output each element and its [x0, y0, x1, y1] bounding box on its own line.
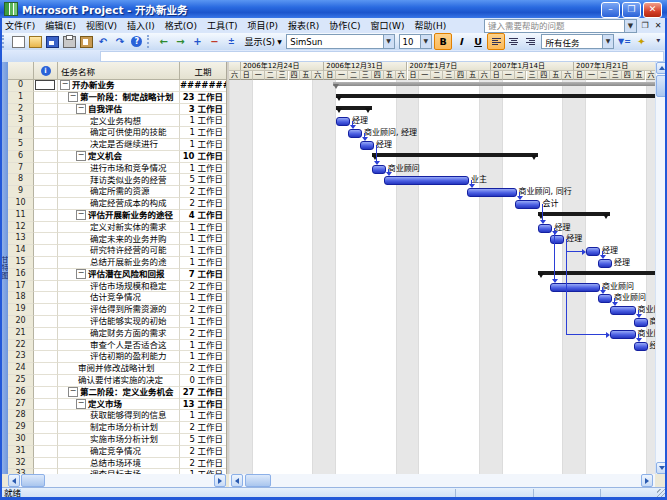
minimize-button[interactable]: – [601, 2, 620, 18]
task-name-cell[interactable]: 审查个人是否适合这 [58, 340, 180, 352]
duration-cell[interactable]: 2 工作日 [180, 198, 226, 210]
menu-item[interactable]: 视图(V) [81, 18, 122, 33]
task-row[interactable]: 28获取能够得到的信息1 工作日 [8, 410, 226, 422]
task-row[interactable]: 32总结市场环境2 工作日 [8, 458, 226, 470]
duration-cell[interactable]: 5 工作日 [180, 174, 226, 186]
row-id-cell[interactable]: 23 [8, 351, 34, 363]
indicator-cell[interactable] [34, 340, 58, 352]
task-row[interactable]: 7进行市场和竞争情况1 工作日 [8, 163, 226, 175]
row-id-cell[interactable]: 13 [8, 233, 34, 245]
duration-cell[interactable]: 2 工作日 [180, 422, 226, 434]
entry-input[interactable] [100, 51, 664, 62]
duration-cell[interactable]: 1 工作日 [180, 222, 226, 234]
task-name-cell[interactable]: −开办新业务 [58, 80, 180, 92]
indicator-cell[interactable] [34, 269, 58, 281]
row-id-cell[interactable]: 17 [8, 281, 34, 293]
gantt-bar[interactable] [550, 283, 600, 292]
task-row[interactable]: 8拜访类似业务的经营5 工作日 [8, 174, 226, 186]
task-name-cell[interactable]: −评估潜在风险和回报 [58, 269, 180, 281]
gantt-bar[interactable] [360, 141, 374, 150]
menu-item[interactable]: 帮助(H) [409, 18, 451, 33]
redo-button[interactable]: ↷ [112, 34, 128, 49]
task-name-cell[interactable]: 确定经营成本的构成 [58, 198, 180, 210]
collapse-minus-icon[interactable]: − [76, 269, 86, 279]
indicator-cell[interactable] [34, 139, 58, 151]
project-summary-bar[interactable] [333, 82, 655, 86]
task-row[interactable]: 11−评估开展新业务的途径4 工作日 [8, 210, 226, 222]
chevron-down-icon[interactable]: ▼ [624, 20, 636, 32]
duration-cell[interactable]: 1 工作日 [180, 139, 226, 151]
duration-cell[interactable]: 13 工作日 [180, 399, 226, 411]
task-row[interactable]: 10确定经营成本的构成2 工作日 [8, 198, 226, 210]
row-id-cell[interactable]: 8 [8, 174, 34, 186]
outdent-button[interactable]: ← [156, 34, 172, 49]
save-button[interactable] [44, 34, 60, 49]
row-id-cell[interactable]: 27 [8, 399, 34, 411]
duration-cell[interactable]: 2 工作日 [180, 363, 226, 375]
task-name-cell[interactable]: 评估市场规模和稳定 [58, 281, 180, 293]
duration-cell[interactable]: 3 工作日 [180, 104, 226, 116]
autofilter-button[interactable]: ▼= [617, 34, 633, 49]
scroll-left-button[interactable] [231, 474, 243, 487]
row-id-cell[interactable]: 25 [8, 375, 34, 387]
indicator-cell[interactable] [34, 304, 58, 316]
task-row[interactable]: 2−自我评估3 工作日 [8, 104, 226, 116]
scroll-right-button[interactable] [641, 474, 653, 487]
task-row[interactable]: 21确定财务方面的需求2 工作日 [8, 328, 226, 340]
task-name-cell[interactable]: 审阅并修改战略计划 [58, 363, 180, 375]
indicator-cell[interactable] [34, 351, 58, 363]
collapse-minus-icon[interactable]: − [68, 387, 78, 397]
row-id-cell[interactable]: 9 [8, 186, 34, 198]
indicator-cell[interactable] [34, 233, 58, 245]
duration-cell[interactable]: 0 工作日 [180, 375, 226, 387]
select-all-corner[interactable] [8, 62, 34, 80]
indicator-cell[interactable] [34, 399, 58, 411]
mdi-close-button[interactable]: ✕ [652, 20, 664, 31]
task-row[interactable]: 31确定竞争情况2 工作日 [8, 446, 226, 458]
gantt-chart[interactable]: 2006年12月24日2006年12月31日2007年1月7日2007年1月14… [229, 62, 655, 474]
task-name-cell[interactable]: −定义机会 [58, 151, 180, 163]
indicator-cell[interactable] [34, 198, 58, 210]
duration-cell[interactable]: 1 工作日 [180, 316, 226, 328]
task-name-cell[interactable]: 确定未来的业务并购 [58, 233, 180, 245]
gantt-bar[interactable] [610, 306, 636, 315]
duration-cell[interactable]: 10 工作日 [180, 151, 226, 163]
collapse-minus-icon[interactable]: − [68, 92, 78, 102]
open-button[interactable] [27, 34, 43, 49]
duration-cell[interactable]: 5 工作日 [180, 434, 226, 446]
task-row[interactable]: 29制定市场分析计划2 工作日 [8, 422, 226, 434]
summary-bar[interactable] [538, 271, 655, 275]
task-name-cell[interactable]: 定义业务构想 [58, 115, 180, 127]
collapse-minus-icon[interactable]: − [60, 80, 70, 90]
indicator-column-header[interactable]: i [34, 62, 58, 80]
task-row[interactable]: 23评估初期的盈利能力1 工作日 [8, 351, 226, 363]
underline-button[interactable]: U [470, 34, 486, 49]
row-id-cell[interactable]: 16 [8, 269, 34, 281]
gantt-bar[interactable] [634, 318, 648, 327]
duration-cell[interactable]: 1 工作日 [180, 351, 226, 363]
gantt-bar[interactable] [634, 342, 648, 351]
row-id-cell[interactable]: 0 [8, 80, 34, 92]
menu-item[interactable]: 项目(P) [242, 18, 282, 33]
indicator-cell[interactable] [34, 422, 58, 434]
title-bar[interactable]: Microsoft Project - 开办新业务 – ❐ ✕ [0, 0, 667, 18]
duration-cell[interactable]: 2 工作日 [180, 304, 226, 316]
gantt-bar[interactable] [550, 235, 564, 244]
task-name-cell[interactable]: 定义对新实体的需求 [58, 222, 180, 234]
indent-button[interactable]: → [173, 34, 189, 49]
row-id-cell[interactable]: 5 [8, 139, 34, 151]
task-row[interactable]: 9确定所需的资源2 工作日 [8, 186, 226, 198]
bold-button[interactable]: B [434, 33, 452, 50]
help-question-input[interactable]: 键入需要帮助的问题 ▼ [484, 19, 637, 33]
task-name-cell[interactable]: 进行市场和竞争情况 [58, 163, 180, 175]
indicator-cell[interactable] [34, 222, 58, 234]
task-row[interactable]: 4确定可供使用的技能1 工作日 [8, 127, 226, 139]
indicator-cell[interactable] [34, 363, 58, 375]
show-menu-button[interactable]: 显示(S) ▼ [240, 34, 283, 49]
task-row[interactable]: 25确认要付诸实施的决定0 工作日 [8, 375, 226, 387]
task-row[interactable]: 1−第一阶段：制定战略计划23 工作日 [8, 92, 226, 104]
duration-cell[interactable]: 2 工作日 [180, 186, 226, 198]
scroll-right-button[interactable] [214, 474, 226, 487]
menu-item[interactable]: 协作(C) [324, 18, 365, 33]
gantt-bar[interactable] [610, 330, 636, 339]
